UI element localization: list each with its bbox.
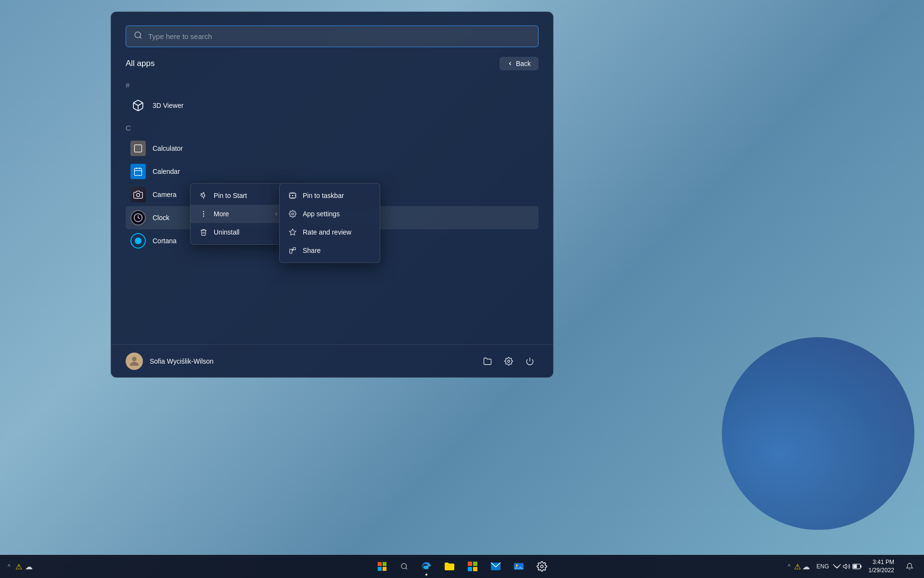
app-name-3dviewer: 3D Viewer <box>153 102 183 109</box>
submenu-chevron-icon: › <box>275 210 277 217</box>
user-avatar[interactable] <box>126 353 143 370</box>
pin-to-start-label: Pin to Start <box>214 192 247 199</box>
sub-menu-rate-review[interactable]: Rate and review <box>280 223 380 241</box>
section-letter-hash: # <box>126 79 539 91</box>
svg-rect-39 <box>468 567 472 571</box>
warning-tray-icon[interactable]: ⚠ <box>794 562 801 571</box>
user-bar-actions <box>479 353 539 370</box>
battery-icon[interactable] <box>852 563 862 570</box>
sub-context-menu: Pin to taskbar App settings Rate and rev… <box>279 183 380 263</box>
taskbar-file-explorer-button[interactable] <box>439 556 460 577</box>
svg-line-1 <box>140 37 141 38</box>
sub-menu-share[interactable]: Share <box>280 241 380 260</box>
svg-point-35 <box>401 564 407 569</box>
taskbar-settings-button[interactable] <box>531 556 552 577</box>
app-name-cortana: Cortana <box>153 237 177 245</box>
search-bar[interactable]: Type here to search <box>126 26 539 47</box>
taskbar-mail-button[interactable] <box>485 556 506 577</box>
taskbar-pin-icon <box>288 191 297 200</box>
back-button-label: Back <box>516 60 531 67</box>
svg-rect-32 <box>383 562 386 566</box>
app-settings-icon <box>288 210 297 218</box>
svg-rect-37 <box>468 562 472 566</box>
search-placeholder-text: Type here to search <box>148 32 212 40</box>
app-icon-camera <box>130 187 146 202</box>
app-settings-label: App settings <box>303 210 340 218</box>
taskbar-search-button[interactable] <box>395 556 414 577</box>
language-indicator[interactable]: ENG <box>815 563 831 570</box>
app-name-calendar: Calendar <box>153 168 180 175</box>
search-input-wrapper[interactable]: Type here to search <box>126 26 539 47</box>
taskbar-center <box>372 556 552 577</box>
settings-button[interactable] <box>500 353 517 370</box>
svg-rect-30 <box>290 249 292 253</box>
svg-point-0 <box>135 32 141 38</box>
context-menu-uninstall[interactable]: Uninstall <box>191 223 286 241</box>
notification-area[interactable]: ^ ⚠ ☁ <box>784 562 812 571</box>
app-icon-calendar <box>130 164 146 179</box>
section-letter-c: C <box>126 122 539 134</box>
power-button[interactable] <box>521 353 539 370</box>
svg-rect-3 <box>135 145 142 152</box>
all-apps-title: All apps <box>126 59 154 68</box>
network-icon[interactable] <box>833 563 841 570</box>
uninstall-label: Uninstall <box>214 228 240 236</box>
taskbar-clock[interactable]: 3:41 PM 1/29/2022 <box>865 558 898 575</box>
star-icon <box>288 228 297 236</box>
clock-date: 1/29/2022 <box>869 566 894 575</box>
app-item-calculator[interactable]: Calculator <box>126 137 539 160</box>
taskbar-photos-button[interactable] <box>508 556 529 577</box>
clock-time: 3:41 PM <box>869 558 894 566</box>
svg-point-43 <box>516 565 518 566</box>
context-menu-pin-to-start[interactable]: Pin to Start <box>191 186 286 205</box>
back-button[interactable]: Back <box>500 57 539 70</box>
app-name-calculator: Calculator <box>153 144 183 152</box>
share-icon <box>288 246 297 255</box>
svg-point-24 <box>203 213 204 214</box>
svg-point-20 <box>508 360 510 362</box>
user-name: Sofia Wyciślik-Wilson <box>150 357 472 365</box>
svg-rect-34 <box>383 567 386 571</box>
share-label: Share <box>303 247 321 254</box>
overflow-chevron-icon[interactable]: ^ <box>6 562 13 571</box>
more-label: More <box>214 210 229 218</box>
svg-point-26 <box>292 195 293 196</box>
app-item-3dviewer[interactable]: 3D Viewer <box>126 94 539 117</box>
app-item-calendar[interactable]: Calendar <box>126 160 539 183</box>
svg-rect-47 <box>860 565 861 568</box>
onedrive-cloud-icon[interactable]: ☁ <box>25 562 33 571</box>
app-icon-clock <box>130 210 146 225</box>
user-bar: Sofia Wyciślik-Wilson <box>111 344 553 377</box>
system-tray-chevron-icon[interactable]: ^ <box>786 562 793 571</box>
sub-menu-app-settings[interactable]: App settings <box>280 205 380 223</box>
svg-rect-38 <box>473 562 477 566</box>
svg-rect-13 <box>135 168 142 175</box>
svg-rect-40 <box>473 567 477 571</box>
warning-icon[interactable]: ⚠ <box>15 562 22 571</box>
app-name-camera: Camera <box>153 191 177 198</box>
cloud-tray-icon[interactable]: ☁ <box>802 562 810 571</box>
file-explorer-button[interactable] <box>479 353 496 370</box>
trash-icon <box>199 228 208 236</box>
taskbar-left: ^ ⚠ ☁ <box>6 562 33 571</box>
svg-point-44 <box>540 565 543 568</box>
desktop-decoration <box>722 337 924 539</box>
svg-rect-33 <box>378 567 382 571</box>
taskbar-store-button[interactable] <box>462 556 483 577</box>
active-indicator <box>425 574 427 576</box>
logo-ring <box>722 337 914 530</box>
app-icon-calculator <box>130 141 146 156</box>
context-menu-more[interactable]: More › <box>191 205 286 223</box>
pin-taskbar-label: Pin to taskbar <box>303 192 344 199</box>
taskbar: ^ ⚠ ☁ <box>0 555 924 578</box>
app-name-clock: Clock <box>153 214 169 222</box>
svg-marker-29 <box>289 229 295 235</box>
start-button[interactable] <box>372 556 393 577</box>
notification-center-button[interactable] <box>901 558 918 575</box>
svg-marker-45 <box>843 564 846 568</box>
search-icon <box>134 31 142 42</box>
sub-menu-pin-taskbar[interactable]: Pin to taskbar <box>280 186 380 205</box>
taskbar-edge-button[interactable] <box>416 556 437 577</box>
volume-icon[interactable] <box>843 563 850 570</box>
svg-rect-48 <box>853 565 857 568</box>
